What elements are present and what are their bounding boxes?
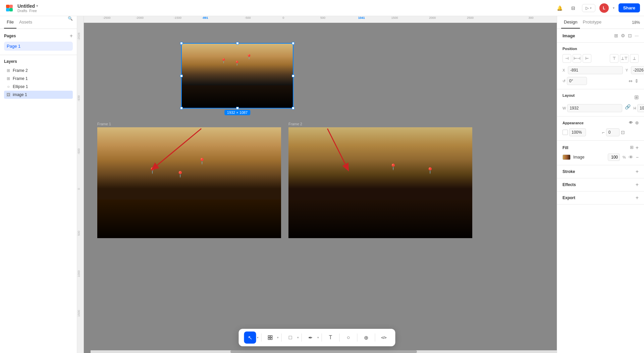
handle-bottom-mid[interactable] (236, 107, 239, 109)
pen-tool-arrow[interactable]: ▾ (317, 336, 319, 339)
svg-rect-8 (271, 336, 272, 337)
rotation-input[interactable] (567, 77, 587, 85)
constraint-icon[interactable]: 🔗 (625, 104, 631, 112)
x-input[interactable] (568, 66, 623, 74)
selected-image-frame[interactable]: 📍 📍 📍 1932 × 1087 (181, 43, 293, 108)
visibility-icon[interactable]: 👁 (629, 121, 633, 125)
align-bottom[interactable]: ⊥ (630, 54, 639, 63)
settings-icon[interactable]: ⚙ (621, 33, 625, 38)
map-pin: 📍 (389, 163, 397, 171)
notifications-button[interactable]: 🔔 (555, 3, 565, 13)
fill-add-icon[interactable]: + (636, 145, 639, 151)
shape-tool[interactable]: ○ (342, 332, 355, 344)
frame1-box[interactable]: 📍 📍 📍 (97, 127, 281, 238)
export-add-button[interactable]: + (636, 195, 639, 201)
stroke-header: Stroke + (562, 169, 639, 175)
ruler-tick: -939 (77, 95, 80, 101)
page-item[interactable]: Page 1 (4, 42, 73, 51)
more-icon[interactable]: ··· (635, 33, 639, 38)
frame2-label: Frame 2 (288, 122, 472, 126)
toolbar-divider (261, 334, 262, 342)
handle-bottom-left[interactable] (180, 107, 183, 109)
tab-file[interactable]: File (4, 16, 16, 29)
tab-design[interactable]: Design (561, 16, 580, 29)
width-field: W (562, 104, 622, 112)
handle-mid-right[interactable] (292, 75, 294, 77)
fill-grid-icon[interactable]: ⊞ (630, 145, 634, 151)
frame-tool[interactable] (264, 332, 276, 344)
text-tool[interactable]: T (325, 332, 337, 344)
select-tool[interactable]: ↖ (244, 332, 256, 344)
handle-top-left[interactable] (180, 42, 183, 45)
expand-corner-icon[interactable]: ⊡ (621, 130, 625, 135)
effects-add-button[interactable]: + (636, 182, 639, 188)
project-title[interactable]: Untitled ▾ (17, 3, 38, 9)
align-center-h[interactable]: ⊢⊣ (573, 54, 581, 63)
scrollbar-thumb[interactable] (230, 350, 417, 353)
pen-tool[interactable]: ✒ (305, 332, 317, 344)
position-section: Position ⊣ ⊢⊣ ⊢ ⊤ ⊥⊤ ⊥ X Y (557, 43, 644, 89)
opacity-swatch (562, 130, 568, 135)
rect-tool-arrow[interactable]: ▾ (297, 336, 299, 339)
layer-image1[interactable]: 🖼 image 1 (4, 91, 73, 99)
pen-tool-group[interactable]: ✒ ▾ (305, 332, 319, 344)
stroke-title: Stroke (562, 169, 575, 174)
handle-mid-left[interactable] (180, 75, 183, 77)
opacity-input[interactable] (569, 128, 586, 136)
layer-frame2[interactable]: ⊞ Frame 2 (4, 67, 73, 75)
tab-prototype[interactable]: Prototype (580, 16, 604, 29)
tab-assets[interactable]: Assets (16, 16, 35, 29)
share-button[interactable]: Share (619, 3, 640, 12)
select-tool-arrow[interactable]: ▾ (257, 336, 259, 339)
add-page-button[interactable]: + (70, 33, 73, 39)
width-input[interactable] (567, 104, 622, 112)
layer-frame1[interactable]: ⊞ Frame 1 (4, 75, 73, 83)
handle-bottom-right[interactable] (292, 107, 294, 109)
flip-v-icon[interactable]: ⇕ (635, 78, 639, 84)
align-left[interactable]: ⊣ (562, 54, 571, 63)
appearance-section: Appearance 👁 ◎ ⌐ ⊡ (557, 117, 644, 141)
layout-add-icon[interactable]: ⊞ (634, 94, 639, 100)
search-button[interactable]: 🔍 (68, 16, 73, 29)
ruler-tick: 2500 (467, 16, 474, 19)
radius-input[interactable] (606, 128, 620, 136)
layout-button[interactable]: ⊟ (569, 3, 578, 13)
frame-tool-group[interactable]: ▾ (264, 332, 279, 344)
layer-ellipse1[interactable]: ○ Ellipse 1 (4, 83, 73, 91)
select-tool-group[interactable]: ↖ ▾ (244, 332, 259, 344)
opacity-icon[interactable]: ◎ (635, 121, 639, 125)
play-button[interactable]: ▷ ▾ (582, 4, 595, 12)
rect-tool[interactable]: □ (284, 332, 297, 344)
fill-remove-icon[interactable]: − (636, 155, 639, 160)
handle-top-right[interactable] (292, 42, 294, 45)
component-tool[interactable]: ⊕ (360, 332, 372, 344)
height-input[interactable] (637, 104, 644, 112)
frame1-container: Frame 1 📍 📍 📍 (97, 122, 281, 238)
frame2-box[interactable]: 📍 📍 (288, 127, 472, 238)
image-title: Image (562, 33, 575, 38)
horizontal-scrollbar[interactable] (91, 350, 557, 353)
expand-icon[interactable]: ⊡ (628, 33, 632, 38)
corner-radius-icon: ⌐ (602, 130, 605, 135)
handle-top-mid[interactable] (236, 42, 239, 45)
y-input[interactable] (631, 66, 644, 74)
logo-button[interactable] (4, 3, 15, 13)
stroke-add-button[interactable]: + (636, 169, 639, 175)
fill-visibility-icon[interactable]: 👁 (629, 155, 633, 160)
play-icon: ▷ (586, 6, 589, 10)
resize-icon[interactable]: ⊞ (614, 33, 618, 38)
frame-tool-arrow[interactable]: ▾ (277, 336, 279, 339)
align-top[interactable]: ⊤ (610, 54, 619, 63)
fill-preview-swatch[interactable] (562, 155, 571, 160)
avatar-dropdown[interactable]: ▾ (613, 6, 614, 10)
canvas-area[interactable]: -2500 -2000 -1500 -891 -500 0 500 1041 1… (77, 16, 557, 353)
flip-h-icon[interactable]: ⇔ (629, 78, 633, 84)
align-right[interactable]: ⊢ (583, 54, 591, 63)
fill-opacity-input[interactable] (608, 153, 620, 161)
code-tool[interactable]: </> (378, 332, 390, 344)
ruler-vertical: -2026 -939 -500 0 500 1000 1500 (77, 16, 84, 353)
align-center-v[interactable]: ⊥⊤ (620, 54, 629, 63)
zoom-level[interactable]: 18% (632, 20, 640, 25)
rect-tool-group[interactable]: □ ▾ (284, 332, 299, 344)
user-avatar[interactable]: L (599, 3, 609, 13)
